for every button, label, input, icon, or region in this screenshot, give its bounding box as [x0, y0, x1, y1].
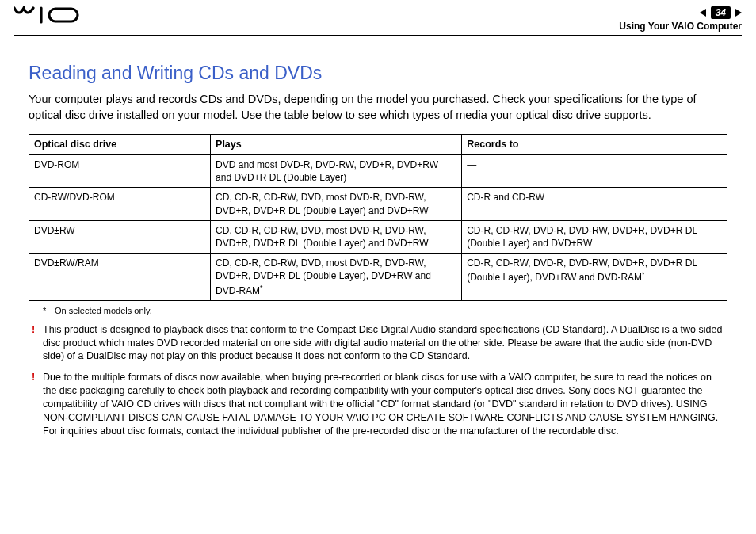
table-header-row: Optical disc drive Plays Records to [29, 135, 727, 155]
table-row: DVD±RW CD, CD-R, CD-RW, DVD, most DVD-R,… [29, 220, 727, 253]
intro-paragraph: Your computer plays and records CDs and … [29, 92, 727, 123]
asterisk-icon: * [260, 284, 263, 292]
table-row: DVD-ROM DVD and most DVD-R, DVD-RW, DVD+… [29, 155, 727, 188]
cell-text: CD-R, CD-RW, DVD-R, DVD-RW, DVD+R, DVD+R… [467, 257, 697, 283]
col-header-drive: Optical disc drive [29, 135, 211, 155]
media-support-table: Optical disc drive Plays Records to DVD-… [29, 134, 727, 301]
footnote-mark: * [43, 306, 52, 315]
cell-drive: CD-RW/DVD-ROM [29, 188, 211, 220]
warning-note: This product is designed to playback dis… [43, 323, 727, 364]
col-header-records: Records to [462, 135, 727, 155]
section-label: Using Your VAIO Computer [619, 21, 742, 32]
footnote-text: On selected models only. [55, 306, 152, 315]
warning-note: Due to the multiple formats of discs now… [43, 371, 727, 437]
table-row: CD-RW/DVD-ROM CD, CD-R, CD-RW, DVD, most… [29, 188, 727, 220]
cell-text: CD, CD-R, CD-RW, DVD, most DVD-R, DVD-RW… [216, 257, 431, 296]
cell-drive: DVD±RW [29, 220, 211, 253]
cell-plays: CD, CD-R, CD-RW, DVD, most DVD-R, DVD-RW… [211, 254, 462, 301]
page-number-badge: 34 [711, 6, 731, 19]
vaio-logo [14, 6, 87, 24]
cell-plays: DVD and most DVD-R, DVD-RW, DVD+R, DVD+R… [211, 155, 462, 188]
table-row: DVD±RW/RAM CD, CD-R, CD-RW, DVD, most DV… [29, 254, 727, 301]
cell-records: CD-R and CD-RW [462, 188, 727, 220]
table-footnote: * On selected models only. [43, 306, 727, 315]
header-divider [14, 35, 742, 36]
next-page-arrow-icon[interactable] [735, 9, 742, 17]
page-title: Reading and Writing CDs and DVDs [29, 63, 727, 84]
cell-plays: CD, CD-R, CD-RW, DVD, most DVD-R, DVD-RW… [211, 220, 462, 253]
cell-records: CD-R, CD-RW, DVD-R, DVD-RW, DVD+R, DVD+R… [462, 220, 727, 253]
page-navigation: 34 [700, 6, 742, 19]
asterisk-icon: * [642, 270, 645, 278]
page-content: Reading and Writing CDs and DVDs Your co… [0, 63, 756, 438]
cell-drive: DVD±RW/RAM [29, 254, 211, 301]
page-header: 34 Using Your VAIO Computer [0, 0, 756, 32]
cell-records: — [462, 155, 727, 188]
col-header-plays: Plays [211, 135, 462, 155]
svg-rect-1 [49, 9, 78, 21]
cell-records: CD-R, CD-RW, DVD-R, DVD-RW, DVD+R, DVD+R… [462, 254, 727, 301]
prev-page-arrow-icon[interactable] [700, 9, 706, 17]
cell-plays: CD, CD-R, CD-RW, DVD, most DVD-R, DVD-RW… [211, 188, 462, 220]
cell-drive: DVD-ROM [29, 155, 211, 188]
